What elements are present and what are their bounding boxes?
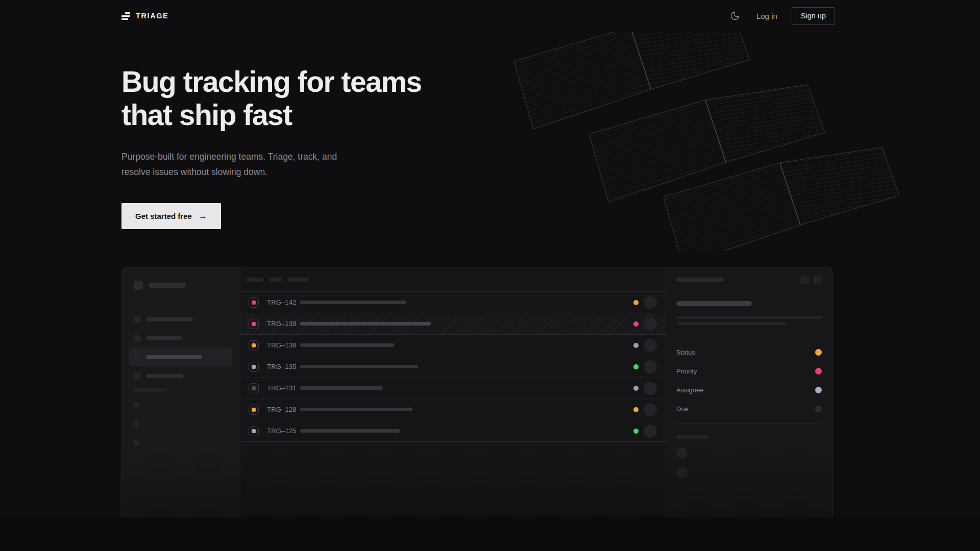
comment-avatar-placeholder	[676, 467, 688, 478]
field-value-dot	[815, 387, 822, 393]
sidebar-nav-item	[129, 310, 232, 329]
field-value-dot	[815, 406, 822, 412]
issue-title-placeholder	[300, 322, 431, 325]
nav-label-placeholder	[146, 355, 202, 359]
nav-label-placeholder	[146, 317, 193, 321]
assignee-avatar-placeholder	[644, 382, 657, 395]
theme-toggle-button[interactable]	[728, 9, 742, 23]
site-header: TRIAGE Log in Sign up	[0, 0, 980, 32]
issue-row: TRG–142	[240, 292, 666, 313]
issue-id: TRG–128	[267, 406, 300, 413]
wireframe-decoration	[511, 32, 899, 251]
field-label: Due	[676, 405, 689, 413]
issue-row: TRG–128	[240, 399, 666, 420]
detail-field-row: Due	[676, 399, 822, 418]
sidebar-divider	[129, 302, 233, 302]
issue-type-icon	[249, 362, 259, 372]
sidebar-dot-placeholder	[134, 421, 139, 427]
detail-field-row: Priority	[676, 362, 822, 381]
mockup-sidebar	[122, 267, 240, 517]
sidebar-nav-item	[129, 347, 232, 366]
issue-type-dot	[252, 408, 256, 412]
hero-title: Bug tracking for teams that ship fast	[121, 65, 422, 132]
issue-list-header	[240, 267, 666, 292]
issue-type-dot	[252, 429, 256, 433]
signup-button[interactable]: Sign up	[792, 7, 835, 25]
detail-field-row: Assignee	[676, 381, 822, 399]
field-value-dot	[815, 349, 822, 356]
landing-page: TRIAGE Log in Sign up	[0, 0, 980, 551]
list-header-pill	[247, 278, 264, 282]
get-started-label: Get started free	[135, 212, 192, 220]
issue-status-dot	[633, 321, 639, 327]
nav-label-placeholder	[146, 336, 182, 340]
brand: TRIAGE	[121, 12, 168, 20]
sidebar-dot-placeholder	[134, 440, 139, 445]
triage-logo-icon	[121, 12, 130, 20]
nav-icon-placeholder	[134, 354, 141, 361]
issue-rows: TRG–142 TRG–139	[240, 292, 666, 442]
issue-type-icon	[249, 405, 259, 415]
hero-title-line1: Bug tracking for teams	[121, 65, 422, 98]
detail-divider	[676, 336, 822, 336]
detail-panel: Status Priority Assignee Due	[666, 267, 832, 517]
hero-subtitle: Purpose-built for engineering teams. Tri…	[121, 149, 368, 180]
issue-title-placeholder	[300, 386, 383, 390]
nav-icon-placeholder	[134, 335, 141, 342]
detail-footer-placeholder	[676, 435, 709, 439]
detail-divider	[676, 423, 822, 424]
issue-type-dot	[252, 386, 256, 390]
assignee-avatar-placeholder	[644, 339, 657, 352]
sidebar-nav	[129, 310, 232, 385]
sidebar-nav-item	[129, 329, 232, 347]
issue-row: TRG–125	[240, 420, 666, 442]
assignee-avatar-placeholder	[644, 317, 657, 331]
sidebar-dot-placeholder	[134, 403, 139, 408]
issue-title-placeholder	[300, 343, 395, 347]
issue-status-dot	[633, 407, 639, 412]
header-actions: Log in Sign up	[728, 7, 835, 25]
issue-id: TRG–125	[267, 427, 300, 435]
detail-header-placeholder	[676, 278, 724, 282]
sidebar-section-placeholder	[134, 388, 167, 392]
issue-status-dot	[633, 343, 639, 348]
issue-type-dot	[252, 300, 256, 305]
arrow-right-icon: →	[199, 211, 207, 221]
assignee-avatar-placeholder	[644, 360, 657, 373]
issue-status-dot	[633, 364, 639, 369]
sidebar-logo-placeholder	[134, 281, 143, 290]
sidebar-divider	[129, 383, 233, 383]
hero-title-line2: that ship fast	[121, 98, 292, 131]
issue-title-placeholder	[300, 408, 412, 411]
detail-divider	[666, 291, 832, 291]
issue-title-placeholder	[300, 300, 406, 304]
moon-icon	[730, 11, 740, 21]
sidebar-title-placeholder	[149, 283, 186, 288]
issue-status-dot	[633, 429, 639, 434]
list-header-pill	[269, 278, 282, 282]
issue-type-icon	[249, 383, 259, 393]
issue-type-dot	[252, 322, 256, 326]
nav-icon-placeholder	[134, 372, 141, 380]
assignee-avatar-placeholder	[644, 403, 657, 416]
issue-type-icon	[249, 297, 259, 308]
issue-title-placeholder	[300, 429, 400, 433]
brand-name: TRIAGE	[136, 12, 168, 20]
detail-field-row: Status	[676, 343, 822, 362]
issue-status-dot	[633, 300, 639, 305]
login-link[interactable]: Log in	[756, 12, 777, 20]
issue-type-dot	[252, 365, 256, 369]
field-label: Status	[676, 348, 695, 356]
field-value-dot	[815, 368, 822, 374]
issue-row: TRG–138	[240, 335, 666, 356]
issue-type-dot	[252, 343, 256, 347]
issue-row: TRG–131	[240, 378, 666, 399]
issue-id: TRG–135	[267, 363, 300, 370]
comment-avatar-placeholder	[676, 447, 688, 459]
get-started-button[interactable]: Get started free →	[121, 203, 221, 229]
issue-title-placeholder	[300, 365, 418, 368]
detail-text-placeholder	[676, 322, 786, 325]
issue-row: TRG–135	[240, 356, 666, 378]
issue-type-icon	[249, 340, 259, 350]
issue-row: TRG–139	[240, 313, 666, 335]
